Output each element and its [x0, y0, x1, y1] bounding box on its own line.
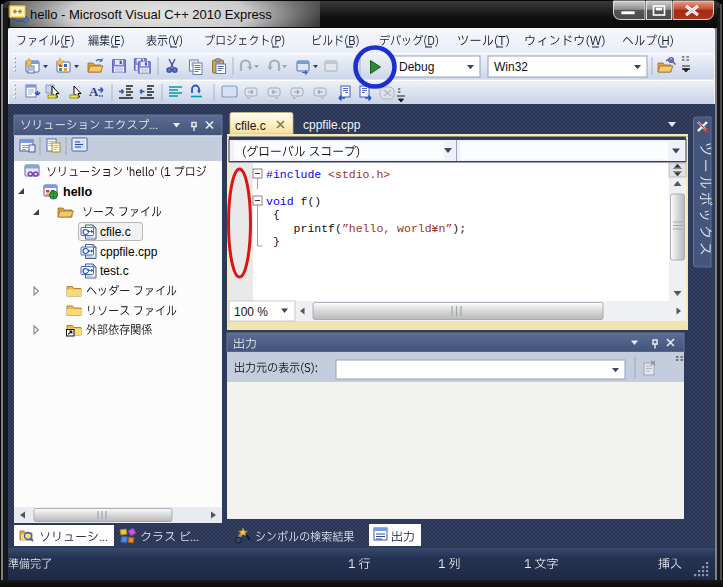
- svg-text:...: ...: [99, 531, 108, 543]
- svg-text:{: {: [273, 208, 280, 221]
- svg-text:cfile.c: cfile.c: [235, 119, 266, 133]
- svg-text:f(): f(): [301, 195, 322, 208]
- svg-text:#include: #include: [266, 168, 321, 181]
- svg-text:100 %: 100 %: [234, 305, 268, 319]
- svg-text:Debug: Debug: [399, 60, 434, 74]
- svg-text:A: A: [89, 84, 99, 99]
- svg-text:hello: hello: [63, 185, 93, 199]
- svg-text:}: }: [273, 235, 280, 248]
- svg-text:”hello, world¥n”: ”hello, world¥n”: [342, 222, 452, 235]
- svg-text:);: );: [452, 222, 466, 235]
- svg-text:...: ...: [149, 119, 158, 131]
- svg-text:printf(: printf(: [294, 222, 342, 235]
- svg-text:...: ...: [190, 531, 199, 543]
- svg-text:<stdio.h>: <stdio.h>: [328, 168, 390, 181]
- svg-text:void: void: [266, 195, 294, 208]
- svg-text:test.c: test.c: [100, 264, 129, 278]
- svg-text:cppfile.cpp: cppfile.cpp: [303, 118, 361, 132]
- svg-text:cfile.c: cfile.c: [100, 225, 131, 239]
- svg-text:Win32: Win32: [494, 60, 528, 74]
- svg-text:cppfile.cpp: cppfile.cpp: [100, 245, 158, 259]
